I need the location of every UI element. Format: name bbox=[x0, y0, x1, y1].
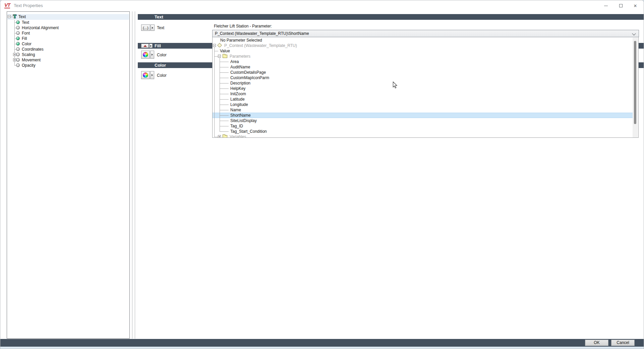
dropdown-item-parameter[interactable]: Name bbox=[213, 107, 638, 113]
dropdown-item-label: Description bbox=[230, 81, 250, 85]
tree-connector bbox=[214, 51, 218, 51]
maximize-icon bbox=[619, 4, 623, 7]
tree-item-label: Text bbox=[18, 14, 26, 19]
tree-item-movement[interactable]: + Movement bbox=[7, 57, 128, 63]
tree-item-label: Scaling bbox=[22, 52, 35, 57]
tree-connector bbox=[220, 78, 229, 78]
tree-connector bbox=[220, 121, 229, 121]
color-wheel-icon bbox=[143, 72, 148, 78]
dropdown-item-parameter[interactable]: CustomMapIconParm bbox=[213, 75, 638, 80]
dropdown-item-label: ShortName bbox=[230, 113, 251, 118]
tree-connector bbox=[220, 89, 229, 89]
dropdown-item-variables[interactable]: + Variables bbox=[213, 134, 638, 138]
color-row-label: Color bbox=[157, 73, 167, 78]
tree-item-label: Fill bbox=[22, 36, 27, 41]
collapse-icon[interactable]: − bbox=[218, 55, 221, 58]
dropdown-item-value[interactable]: Value bbox=[213, 48, 638, 54]
dropdown-item-shortname-selected[interactable]: ShortName bbox=[213, 113, 638, 118]
expand-icon[interactable]: + bbox=[218, 135, 221, 138]
tree-connector bbox=[220, 99, 229, 100]
text-row-label: Text bbox=[157, 25, 164, 30]
fill-color-arrow-button[interactable] bbox=[150, 51, 154, 59]
dropdown-item-label: InitZoom bbox=[230, 92, 246, 96]
dropdown-item-parameter[interactable]: Longitude bbox=[213, 102, 638, 107]
tree-connector bbox=[214, 137, 218, 137]
cancel-button[interactable]: Cancel bbox=[611, 340, 635, 346]
text-options-arrow-button[interactable] bbox=[151, 24, 155, 31]
section-title: Fill bbox=[155, 43, 161, 48]
tree-connector bbox=[11, 17, 13, 17]
close-icon: ✕ bbox=[634, 4, 637, 8]
tree-item-label: Font bbox=[22, 31, 30, 36]
panel-splitter[interactable] bbox=[135, 11, 135, 339]
close-button[interactable]: ✕ bbox=[628, 0, 643, 11]
tree-connector bbox=[220, 105, 229, 105]
section-title: Color bbox=[155, 63, 166, 68]
parameter-field-label: Fletcher Lift Station - Parameter: bbox=[214, 24, 272, 28]
status-ball-icon bbox=[16, 37, 20, 40]
arrow-right-icon bbox=[152, 54, 153, 56]
tree-item-scaling[interactable]: + Scaling bbox=[7, 52, 128, 57]
tree-item-coordinates[interactable]: Coordinates bbox=[7, 47, 128, 52]
dropdown-item-parameter[interactable]: HelpKey bbox=[213, 86, 638, 91]
dropdown-item-parameter[interactable]: CustomDetailsPage bbox=[213, 70, 638, 75]
panel-splitter[interactable] bbox=[132, 11, 132, 339]
tree-item-label: Movement bbox=[22, 58, 41, 62]
dropdown-item-no-parameter[interactable]: No Parameter Selected bbox=[213, 38, 638, 43]
vtscada-logo-icon: VT bbox=[4, 2, 10, 8]
expand-icon[interactable]: + bbox=[13, 58, 16, 61]
dropdown-item-parameter[interactable]: Tag_Start_Condition bbox=[213, 129, 638, 134]
status-ball-icon bbox=[16, 26, 20, 30]
dropdown-item-label: Area bbox=[230, 59, 239, 64]
dropdown-item-label: Latitude bbox=[230, 97, 245, 102]
dropdown-item-label: Tag_ID bbox=[230, 124, 243, 128]
dropdown-scrollbar[interactable] bbox=[633, 38, 638, 137]
dropdown-item-label: Tag_Start_Condition bbox=[230, 129, 267, 134]
dropdown-item-parameter[interactable]: AuditName bbox=[213, 64, 638, 70]
dropdown-item-parameter[interactable]: Tag_ID bbox=[213, 123, 638, 129]
tree-item-horizontal-alignment[interactable]: Horizontal Alignment bbox=[7, 25, 128, 31]
tree-item-label: Color bbox=[22, 42, 32, 46]
collapse-icon[interactable]: − bbox=[8, 15, 11, 18]
tree-item-label: Text bbox=[22, 20, 29, 25]
parameter-combobox[interactable]: P_Context (Wastewater_Template_RTU)\Shor… bbox=[212, 30, 639, 37]
status-ball-icon bbox=[16, 63, 20, 67]
fill-color-label: Color bbox=[157, 53, 167, 57]
tree-item-font[interactable]: Font bbox=[7, 31, 128, 36]
expand-icon[interactable]: + bbox=[13, 53, 16, 56]
tree-item-text[interactable]: Text bbox=[7, 20, 128, 25]
dropdown-item-parameter[interactable]: SiteListDisplay bbox=[213, 118, 638, 123]
scrollbar-thumb[interactable] bbox=[634, 41, 636, 124]
tree-connector bbox=[220, 131, 229, 132]
dropdown-item-label: P_Context (Wastewater_Template_RTU) bbox=[224, 43, 297, 48]
color-arrow-button[interactable] bbox=[150, 71, 154, 79]
color-button[interactable] bbox=[141, 71, 150, 79]
dropdown-item-parameters[interactable]: − Parameters bbox=[213, 54, 638, 59]
tree-item-color[interactable]: Color bbox=[7, 41, 128, 47]
arrow-right-icon bbox=[152, 74, 153, 76]
collapse-icon[interactable]: − bbox=[213, 44, 216, 47]
minimize-button[interactable] bbox=[598, 0, 613, 11]
tree-item-label: Coordinates bbox=[22, 47, 44, 52]
dropdown-item-parameter[interactable]: Area bbox=[213, 59, 638, 64]
dropdown-item-parameter[interactable]: InitZoom bbox=[213, 91, 638, 97]
tree-item-fill[interactable]: Fill bbox=[7, 36, 128, 41]
fill-style-button[interactable] bbox=[141, 44, 149, 48]
text-properties-window: VT Text Properties ✕ − T Text Text Horiz… bbox=[0, 0, 644, 349]
properties-tree-panel: − T Text Text Horizontal Alignment Font … bbox=[7, 11, 130, 339]
chevron-down-icon bbox=[632, 32, 636, 35]
maximize-button[interactable] bbox=[613, 0, 628, 11]
tree-item-opacity[interactable]: Opacity bbox=[7, 63, 128, 68]
tree-item-text-root[interactable]: − T Text bbox=[7, 14, 128, 19]
fill-color-button[interactable] bbox=[141, 51, 150, 59]
text-expression-button[interactable]: (...) bbox=[141, 24, 150, 31]
dropdown-item-p-context[interactable]: − P_Context (Wastewater_Template_RTU) bbox=[213, 43, 638, 48]
dropdown-item-parameter[interactable]: Description bbox=[213, 80, 638, 86]
status-ball-icon bbox=[16, 47, 20, 51]
ok-button[interactable]: OK bbox=[585, 340, 608, 346]
tag-icon bbox=[217, 43, 222, 48]
fill-options-arrow-button[interactable] bbox=[149, 44, 153, 48]
status-ball-icon bbox=[16, 42, 20, 46]
dropdown-item-parameter[interactable]: Latitude bbox=[213, 97, 638, 102]
section-header-text: Text bbox=[138, 14, 644, 20]
